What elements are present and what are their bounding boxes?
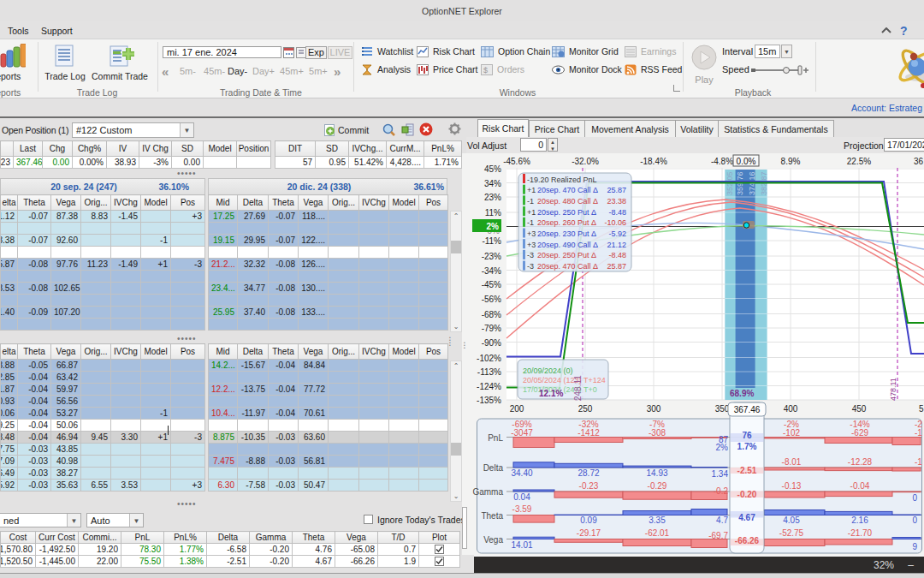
- svg-text:20/09/2024 (0): 20/09/2024 (0): [523, 366, 573, 375]
- svg-text:22.5%: 22.5%: [847, 157, 871, 166]
- svg-text:Delta: Delta: [483, 463, 504, 473]
- svg-text:3.35: 3.35: [649, 515, 666, 525]
- svg-text:Vega: Vega: [483, 535, 503, 545]
- svg-text:-12.28: -12.28: [848, 457, 873, 467]
- svg-text:-3: -3: [527, 251, 534, 259]
- svg-text:-10.06: -10.06: [604, 218, 626, 227]
- svg-text:-124%: -124%: [477, 382, 501, 391]
- svg-text:12.1%: 12.1%: [539, 389, 563, 398]
- svg-text:4.67: 4.67: [738, 513, 755, 522]
- svg-text:20sep. 470 Call Δ: 20sep. 470 Call Δ: [537, 262, 598, 271]
- svg-text:367.46: 367.46: [734, 405, 761, 414]
- svg-text:14.01: 14.01: [511, 540, 532, 550]
- svg-text:20sep. 250 Put Δ: 20sep. 250 Put Δ: [537, 208, 596, 217]
- svg-text:250: 250: [578, 404, 593, 414]
- svg-text:36: 36: [914, 157, 924, 166]
- svg-text:-56%: -56%: [482, 295, 501, 304]
- svg-text:-23%: -23%: [482, 252, 501, 261]
- svg-text:1.7%: 1.7%: [737, 442, 757, 451]
- svg-text:248.11: 248.11: [573, 375, 583, 401]
- svg-text:20sep. 470 Call Δ: 20sep. 470 Call Δ: [537, 186, 598, 194]
- svg-text:-1: -1: [527, 197, 534, 206]
- svg-text:-0.23: -0.23: [579, 481, 599, 491]
- svg-text:-102: -102: [783, 428, 800, 438]
- svg-text:4.05: 4.05: [783, 515, 800, 525]
- svg-text:76: 76: [742, 431, 752, 440]
- svg-text:20sep. 250 Put Δ: 20sep. 250 Put Δ: [537, 251, 596, 259]
- svg-text:2%: 2%: [487, 222, 500, 231]
- svg-text:-0.04: -0.04: [850, 481, 870, 491]
- svg-text:23%: 23%: [484, 193, 501, 202]
- svg-text:200: 200: [510, 404, 524, 414]
- svg-text:-1: -1: [527, 218, 534, 227]
- svg-text:2%: 2%: [716, 443, 729, 452]
- svg-text:300: 300: [647, 404, 661, 414]
- svg-text:0: 0: [912, 493, 917, 503]
- svg-text:21.12: 21.12: [607, 241, 626, 249]
- svg-text:-3.59: -3.59: [512, 504, 532, 514]
- svg-text:20sep. 480 Call Δ: 20sep. 480 Call Δ: [537, 197, 598, 206]
- svg-text:25.87: 25.87: [607, 186, 626, 194]
- svg-text:68.9%: 68.9%: [730, 389, 754, 398]
- svg-text:0.04: 0.04: [513, 492, 530, 502]
- svg-text:-52.75: -52.75: [779, 528, 804, 538]
- svg-text:-68%: -68%: [482, 310, 501, 319]
- svg-text:-1: -1: [915, 428, 922, 438]
- svg-text:-8.48: -8.48: [608, 208, 626, 217]
- svg-text:-79%: -79%: [482, 324, 501, 333]
- svg-text:25.87: 25.87: [607, 262, 626, 271]
- svg-text:-45.6%: -45.6%: [503, 157, 530, 166]
- svg-text:450: 450: [852, 404, 867, 414]
- svg-text:-8.01: -8.01: [782, 457, 802, 467]
- svg-text:-69.7: -69.7: [708, 531, 728, 540]
- svg-text:478.11: 478.11: [889, 378, 897, 401]
- svg-text:-1412: -1412: [578, 428, 600, 438]
- svg-text:-66.26: -66.26: [735, 536, 760, 545]
- svg-text:-2.51: -2.51: [737, 466, 757, 475]
- svg-text:+1: +1: [527, 208, 536, 217]
- svg-text:-4.8%: -4.8%: [711, 157, 733, 166]
- svg-text:2.16: 2.16: [851, 515, 868, 525]
- svg-text:0.0%: 0.0%: [737, 157, 756, 166]
- svg-text:20sep. 490 Call Δ: 20sep. 490 Call Δ: [537, 241, 598, 249]
- svg-text:400: 400: [784, 404, 798, 414]
- svg-text:-102%: -102%: [477, 354, 501, 363]
- svg-text:-45%: -45%: [482, 280, 501, 289]
- svg-text:9: 9: [912, 542, 917, 551]
- svg-text:8.9%: 8.9%: [781, 157, 801, 166]
- svg-text:28.72: 28.72: [578, 468, 599, 478]
- svg-text:1.34: 1.34: [712, 469, 729, 479]
- svg-text:-0.13: -0.13: [782, 481, 802, 491]
- svg-text:11%: 11%: [485, 208, 501, 217]
- svg-text:-21.70: -21.70: [848, 528, 873, 538]
- svg-text:-0.29: -0.29: [648, 481, 667, 491]
- svg-text:5: 5: [919, 404, 924, 414]
- svg-text:-308: -308: [649, 428, 666, 438]
- svg-text:0.09: 0.09: [580, 515, 597, 525]
- svg-text:-3: -3: [527, 262, 534, 271]
- svg-text:350: 350: [715, 404, 730, 414]
- svg-text:-0.2: -0.2: [714, 486, 729, 496]
- svg-text:20/05/2024 (123) T+124: 20/05/2024 (123) T+124: [523, 376, 606, 384]
- svg-text:-135%: -135%: [477, 396, 501, 405]
- svg-text:-90%: -90%: [482, 338, 501, 348]
- svg-text:$: $: [483, 66, 488, 74]
- svg-text:-629: -629: [851, 428, 868, 438]
- svg-text:-62.01: -62.01: [645, 528, 670, 538]
- svg-text:-18.4%: -18.4%: [640, 157, 667, 166]
- svg-text:23.38: 23.38: [607, 197, 626, 206]
- svg-text:-5.92: -5.92: [608, 229, 626, 238]
- svg-text:-32.0%: -32.0%: [572, 157, 599, 166]
- svg-text:-1: -1: [915, 457, 922, 467]
- svg-text:-3047: -3047: [511, 428, 533, 438]
- svg-text:4.7: 4.7: [716, 515, 728, 525]
- svg-text:34%: 34%: [484, 179, 501, 188]
- svg-text:-34%: -34%: [482, 266, 501, 276]
- svg-text:-11%: -11%: [482, 236, 501, 246]
- svg-text:-19.20 Realized PnL: -19.20 Realized PnL: [527, 176, 597, 184]
- svg-text:+3: +3: [527, 241, 536, 249]
- svg-text:20sep. 260 Put Δ: 20sep. 260 Put Δ: [537, 218, 596, 227]
- svg-text:Gamma: Gamma: [472, 487, 503, 497]
- svg-text:+3: +3: [527, 229, 536, 238]
- svg-text:14.93: 14.93: [646, 468, 667, 478]
